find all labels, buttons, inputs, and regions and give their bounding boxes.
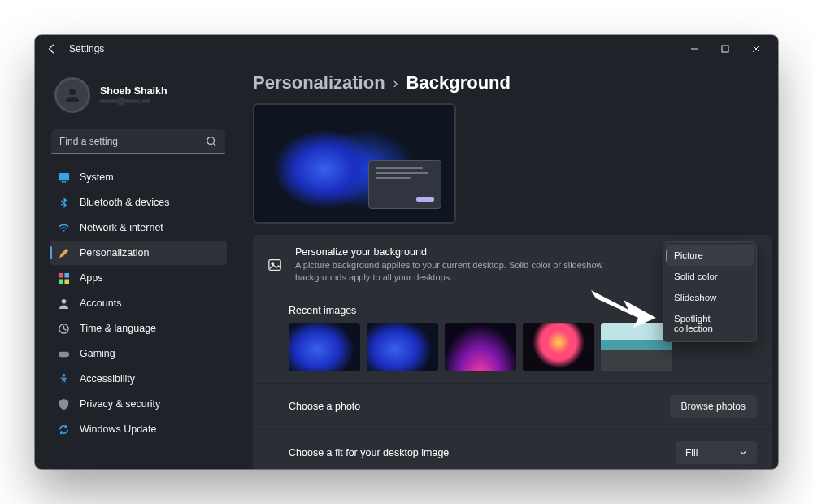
background-card: Personalize your background A picture ba… <box>253 235 772 469</box>
chevron-down-icon <box>739 449 747 457</box>
personalize-desc: A picture background applies to your cur… <box>295 259 645 284</box>
sidebar-item-label: Personalization <box>80 247 149 259</box>
user-email: ••••••@•••••.••• <box>100 97 167 106</box>
sidebar-item-accounts[interactable]: Accounts <box>50 291 227 315</box>
sidebar-item-network[interactable]: Network & internet <box>50 215 227 240</box>
sidebar-item-label: Time & language <box>80 323 156 334</box>
svg-rect-7 <box>59 279 63 284</box>
minimize-button[interactable] <box>679 37 710 60</box>
recent-thumb[interactable] <box>523 323 594 371</box>
nav: System Bluetooth & devices Network & int… <box>50 165 227 441</box>
sidebar-item-label: Accessibility <box>80 373 135 385</box>
sidebar-item-system[interactable]: System <box>50 165 227 189</box>
settings-window: Settings Shoeb Shaikh ••••••@•••••.••• <box>35 35 778 469</box>
recent-thumb[interactable] <box>367 323 438 371</box>
background-type-dropdown: Picture Solid color Slideshow Spotlight … <box>663 241 757 342</box>
sidebar-item-label: Privacy & security <box>80 398 160 410</box>
sidebar-item-time-language[interactable]: Time & language <box>50 316 227 341</box>
paintbrush-icon <box>58 247 70 259</box>
shield-icon <box>58 398 70 411</box>
sidebar-item-label: System <box>80 172 114 183</box>
gamepad-icon <box>58 348 70 360</box>
update-icon <box>58 424 70 436</box>
main-panel: Personalization › Background Personalize… <box>233 63 778 469</box>
window-preview-overlay <box>368 160 441 209</box>
choose-fit-label: Choose a fit for your desktop image <box>289 447 663 458</box>
search-icon <box>206 136 217 147</box>
back-icon[interactable] <box>46 43 58 54</box>
sidebar-item-label: Apps <box>80 272 103 284</box>
clock-icon <box>58 323 70 335</box>
dropdown-option-solid-color[interactable]: Solid color <box>666 266 754 287</box>
choose-photo-label: Choose a photo <box>289 401 657 412</box>
browse-photos-button[interactable]: Browse photos <box>670 395 757 418</box>
sidebar-item-gaming[interactable]: Gaming <box>50 341 227 366</box>
svg-point-14 <box>272 263 274 265</box>
sidebar-item-label: Windows Update <box>80 424 157 435</box>
svg-rect-6 <box>64 272 69 277</box>
breadcrumb: Personalization › Background <box>253 72 772 93</box>
svg-rect-11 <box>59 351 69 357</box>
close-button[interactable] <box>741 37 772 60</box>
svg-rect-13 <box>269 260 280 271</box>
avatar <box>54 77 90 113</box>
sidebar: Shoeb Shaikh ••••••@•••••.••• System Blu… <box>50 63 233 469</box>
chevron-right-icon: › <box>393 75 398 92</box>
sidebar-item-bluetooth[interactable]: Bluetooth & devices <box>50 190 227 215</box>
svg-marker-15 <box>591 290 656 328</box>
recent-thumb[interactable] <box>601 323 672 371</box>
svg-rect-0 <box>722 46 728 52</box>
apps-icon <box>58 272 70 285</box>
svg-rect-5 <box>59 272 63 277</box>
bluetooth-icon <box>58 197 70 209</box>
sidebar-item-label: Network & internet <box>80 222 163 233</box>
svg-point-1 <box>69 89 76 95</box>
user-block[interactable]: Shoeb Shaikh ••••••@•••••.••• <box>50 76 227 124</box>
sidebar-item-apps[interactable]: Apps <box>50 266 227 290</box>
maximize-button[interactable] <box>710 37 741 60</box>
search-input[interactable] <box>51 129 225 154</box>
search-box[interactable] <box>51 129 225 154</box>
recent-thumb[interactable] <box>289 323 360 371</box>
picture-icon <box>267 258 282 272</box>
desktop-preview <box>253 103 456 224</box>
sidebar-item-personalization[interactable]: Personalization <box>50 241 227 265</box>
sidebar-item-privacy[interactable]: Privacy & security <box>50 392 227 416</box>
dropdown-option-slideshow[interactable]: Slideshow <box>666 287 754 308</box>
display-icon <box>58 172 70 184</box>
accessibility-icon <box>58 373 70 385</box>
recent-thumb[interactable] <box>445 323 516 371</box>
breadcrumb-current: Background <box>406 72 511 93</box>
sidebar-item-label: Accounts <box>80 298 121 309</box>
user-name: Shoeb Shaikh <box>100 85 167 97</box>
annotation-arrow <box>591 284 656 328</box>
fit-select[interactable]: Fill <box>676 441 757 464</box>
titlebar: Settings <box>35 35 778 63</box>
svg-point-12 <box>63 373 66 376</box>
svg-rect-4 <box>62 181 67 182</box>
sidebar-item-label: Bluetooth & devices <box>80 197 170 208</box>
dropdown-option-spotlight[interactable]: Spotlight collection <box>666 308 754 339</box>
wifi-icon <box>58 222 70 234</box>
app-title: Settings <box>69 43 104 54</box>
sidebar-item-windows-update[interactable]: Windows Update <box>50 417 227 441</box>
sidebar-item-accessibility[interactable]: Accessibility <box>50 367 227 391</box>
fit-value: Fill <box>685 447 698 458</box>
svg-point-9 <box>62 298 67 303</box>
svg-rect-8 <box>64 279 69 284</box>
svg-rect-3 <box>59 172 69 180</box>
breadcrumb-root[interactable]: Personalization <box>253 72 385 93</box>
dropdown-option-picture[interactable]: Picture <box>666 245 754 266</box>
sidebar-item-label: Gaming <box>80 348 115 359</box>
svg-point-2 <box>207 137 215 145</box>
person-icon <box>58 298 70 310</box>
